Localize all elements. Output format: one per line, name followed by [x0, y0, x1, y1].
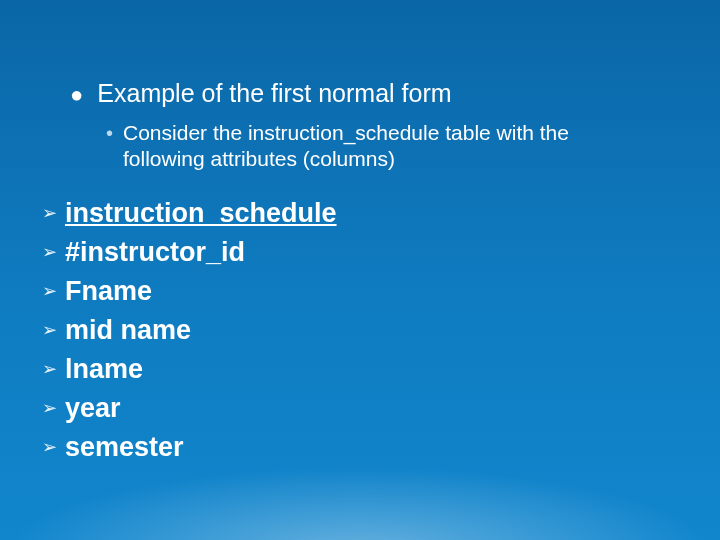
- list-item: ➢year: [42, 391, 337, 426]
- list-item-text: #instructor_id: [65, 235, 245, 270]
- list-item-text: instruction_schedule: [65, 196, 337, 231]
- list-item-text: Fname: [65, 274, 152, 309]
- arrow-icon: ➢: [42, 313, 57, 348]
- bullet-dot-icon: ●: [70, 80, 83, 110]
- level2-line: • Consider the instruction_schedule tabl…: [106, 120, 680, 172]
- bullet-disc-icon: •: [106, 120, 113, 146]
- list-item-text: year: [65, 391, 121, 426]
- arrow-icon: ➢: [42, 430, 57, 465]
- list-item-text: lname: [65, 352, 143, 387]
- arrow-icon: ➢: [42, 391, 57, 426]
- slide: ● Example of the first normal form • Con…: [0, 0, 720, 540]
- level1-line: ● Example of the first normal form: [70, 78, 680, 110]
- arrow-icon: ➢: [42, 196, 57, 231]
- list-item: ➢mid name: [42, 313, 337, 348]
- arrow-icon: ➢: [42, 352, 57, 387]
- list-item: ➢#instructor_id: [42, 235, 337, 270]
- arrow-icon: ➢: [42, 274, 57, 309]
- list-item-text: semester: [65, 430, 184, 465]
- list-item: ➢lname: [42, 352, 337, 387]
- list-item: ➢Fname: [42, 274, 337, 309]
- arrow-list: ➢instruction_schedule➢#instructor_id➢Fna…: [42, 196, 337, 469]
- list-item: ➢semester: [42, 430, 337, 465]
- level2-text: Consider the instruction_schedule table …: [123, 120, 643, 172]
- arrow-icon: ➢: [42, 235, 57, 270]
- list-item: ➢instruction_schedule: [42, 196, 337, 231]
- content-block: ● Example of the first normal form • Con…: [70, 78, 680, 172]
- level1-text: Example of the first normal form: [97, 78, 451, 108]
- list-item-text: mid name: [65, 313, 191, 348]
